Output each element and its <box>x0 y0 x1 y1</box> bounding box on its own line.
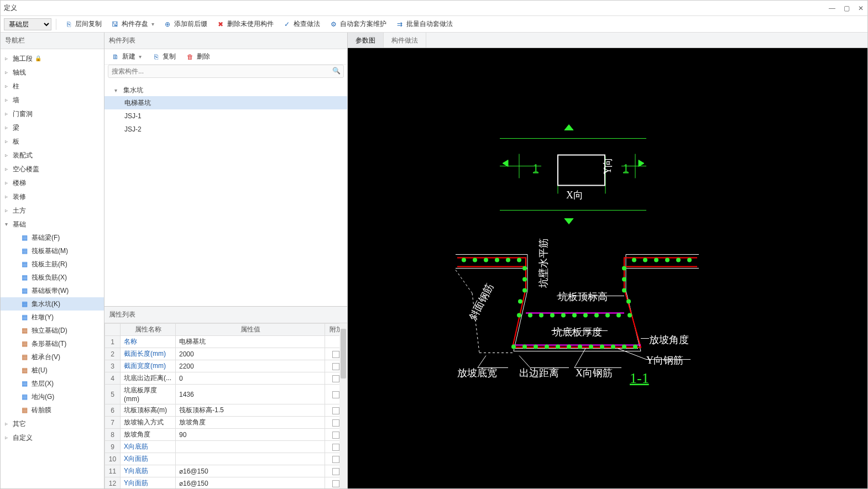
checkbox[interactable] <box>332 419 339 427</box>
svg-point-34 <box>643 258 647 262</box>
check-method-button[interactable]: ✓检查做法 <box>279 18 323 30</box>
component-item[interactable]: JSJ-2 <box>104 123 347 136</box>
svg-point-47 <box>605 313 610 318</box>
checkbox[interactable] <box>332 432 339 439</box>
svg-point-54 <box>556 345 560 349</box>
nav-item-icon: ▦ <box>20 380 28 387</box>
nav-item[interactable]: ▦桩(U) <box>1 364 104 377</box>
nav-group[interactable]: 门窗洞 <box>1 107 104 120</box>
checkbox[interactable] <box>332 444 339 451</box>
nav-group[interactable]: 空心楼盖 <box>1 162 104 176</box>
checkbox[interactable] <box>332 363 339 370</box>
nav-item[interactable]: ▦筏板主筋(R) <box>1 257 104 271</box>
property-row[interactable]: 11Y向底筋⌀16@150 <box>105 465 347 477</box>
delete-component-button[interactable]: 🗑删除 <box>182 51 213 62</box>
nav-item[interactable]: ▦垫层(X) <box>1 377 104 390</box>
search-input[interactable] <box>108 65 344 78</box>
floor-select[interactable]: 基础层 <box>4 18 51 30</box>
nav-item[interactable]: ▦柱墩(Y) <box>1 311 104 324</box>
label-plan-y: Y向 <box>602 157 613 175</box>
checkbox[interactable] <box>332 391 339 398</box>
nav-item[interactable]: ▦集水坑(K) <box>1 297 104 311</box>
nav-group[interactable]: 装配式 <box>1 148 104 162</box>
nav-item[interactable]: ▦条形基础(T) <box>1 337 104 350</box>
property-row[interactable]: 2截面长度(mm)2000 <box>105 348 347 360</box>
copy-floor-button[interactable]: ⎘层间复制 <box>61 18 105 30</box>
svg-line-69 <box>478 356 486 368</box>
nav-group[interactable]: 自定义 <box>1 430 104 444</box>
svg-point-40 <box>528 313 532 318</box>
tree-parent[interactable]: 集水坑 <box>104 85 347 96</box>
nav-group[interactable]: 柱 <box>1 79 104 93</box>
checkbox[interactable] <box>332 407 339 414</box>
nav-item-icon: ▦ <box>20 274 28 281</box>
minimize-icon[interactable]: — <box>829 5 835 12</box>
delete-unused-icon: ✖ <box>216 20 225 29</box>
property-row[interactable]: 9X向底筋 <box>105 441 347 453</box>
svg-point-36 <box>665 258 670 262</box>
component-item[interactable]: JSJ-1 <box>104 109 347 123</box>
nav-item-icon: ▦ <box>20 393 28 401</box>
tab-param[interactable]: 参数图 <box>348 33 384 48</box>
checkbox[interactable] <box>332 456 339 463</box>
nav-item[interactable]: ▦独立基础(D) <box>1 324 104 337</box>
checkbox[interactable] <box>332 480 339 487</box>
nav-group[interactable]: 板 <box>1 134 104 148</box>
property-row[interactable]: 7放坡输入方式放坡角度 <box>105 417 347 429</box>
scrollbar-thumb[interactable] <box>341 329 346 378</box>
nav-item[interactable]: ▦筏板基础(M) <box>1 244 104 257</box>
nav-panel: 导航栏 施工段🔒轴线柱墙门窗洞梁板装配式空心楼盖楼梯装修土方基础▦基础梁(F)▦… <box>1 33 104 488</box>
nav-item[interactable]: ▦桩承台(V) <box>1 350 104 364</box>
scrollbar[interactable] <box>339 323 347 488</box>
nav-item[interactable]: ▦基础梁(F) <box>1 231 104 244</box>
svg-point-31 <box>622 288 626 293</box>
maximize-icon[interactable]: ▢ <box>843 5 850 12</box>
nav-group[interactable]: 装修 <box>1 190 104 203</box>
component-tree[interactable]: 集水坑 电梯基坑JSJ-1JSJ-2 <box>104 82 347 306</box>
nav-group[interactable]: 土方 <box>1 203 104 217</box>
nav-group[interactable]: 轴线 <box>1 65 104 79</box>
property-table[interactable]: 属性名称 属性值 附加 1名称电梯基坑2截面长度(mm)20003截面宽度(mm… <box>104 323 347 488</box>
save-component-icon: 🖫 <box>111 20 119 29</box>
nav-item[interactable]: ▦基础板带(W) <box>1 284 104 297</box>
checkbox[interactable] <box>332 375 339 382</box>
delete-unused-button[interactable]: ✖删除未使用构件 <box>213 18 277 30</box>
property-row[interactable]: 4坑底出边距离(...0 <box>105 372 347 385</box>
nav-group[interactable]: 墙 <box>1 93 104 107</box>
nav-group[interactable]: 施工段🔒 <box>1 51 104 65</box>
nav-item[interactable]: ▦砖胎膜 <box>1 403 104 417</box>
nav-item[interactable]: ▦地沟(G) <box>1 390 104 403</box>
nav-group[interactable]: 其它 <box>1 417 104 430</box>
property-row[interactable]: 12Y向面筋⌀16@150 <box>105 477 347 489</box>
checkbox[interactable] <box>332 351 339 358</box>
checkbox[interactable] <box>332 468 339 475</box>
new-component-button[interactable]: 🗎新建 <box>108 51 145 62</box>
label-top-elev: 坑板顶标高 <box>557 291 608 302</box>
property-row[interactable]: 1名称电梯基坑 <box>105 336 347 348</box>
property-row[interactable]: 3截面宽度(mm)2200 <box>105 360 347 372</box>
label-x-rebar: X向钢筋 <box>576 367 613 378</box>
nav-group[interactable]: 梁 <box>1 120 104 134</box>
save-component-button[interactable]: 🖫构件存盘 <box>107 18 158 30</box>
auto-maintain-button[interactable]: ⚙自动套方案维护 <box>326 18 390 30</box>
nav-group[interactable]: 楼梯 <box>1 176 104 190</box>
nav-item[interactable]: ▦筏板负筋(X) <box>1 271 104 284</box>
add-prefix-button[interactable]: ⊕添加前后缀 <box>160 18 211 30</box>
search-icon[interactable]: 🔍 <box>332 67 341 75</box>
batch-auto-button[interactable]: ⇉批量自动套做法 <box>392 18 456 30</box>
nav-tree[interactable]: 施工段🔒轴线柱墙门窗洞梁板装配式空心楼盖楼梯装修土方基础▦基础梁(F)▦筏板基础… <box>1 49 104 488</box>
titlebar: 定义 — ▢ ✕ <box>1 1 867 16</box>
property-row[interactable]: 6坑板顶标高(m)筏板顶标高-1.5 <box>105 404 347 417</box>
component-toolbar: 🗎新建 ⎘复制 🗑删除 <box>104 49 347 65</box>
property-row[interactable]: 5坑底板厚度(mm)1436 <box>105 385 347 404</box>
nav-group[interactable]: 基础 <box>1 217 104 231</box>
svg-line-65 <box>618 349 646 360</box>
svg-point-60 <box>622 345 626 349</box>
component-item[interactable]: 电梯基坑 <box>104 96 347 109</box>
copy-component-button[interactable]: ⎘复制 <box>148 51 179 62</box>
property-row[interactable]: 8放坡角度90 <box>105 429 347 441</box>
tab-method[interactable]: 构件做法 <box>384 33 426 48</box>
property-row[interactable]: 10X向面筋 <box>105 453 347 465</box>
close-icon[interactable]: ✕ <box>857 5 864 12</box>
diagram-canvas[interactable]: X向 Y向 1 1 <box>348 48 867 488</box>
